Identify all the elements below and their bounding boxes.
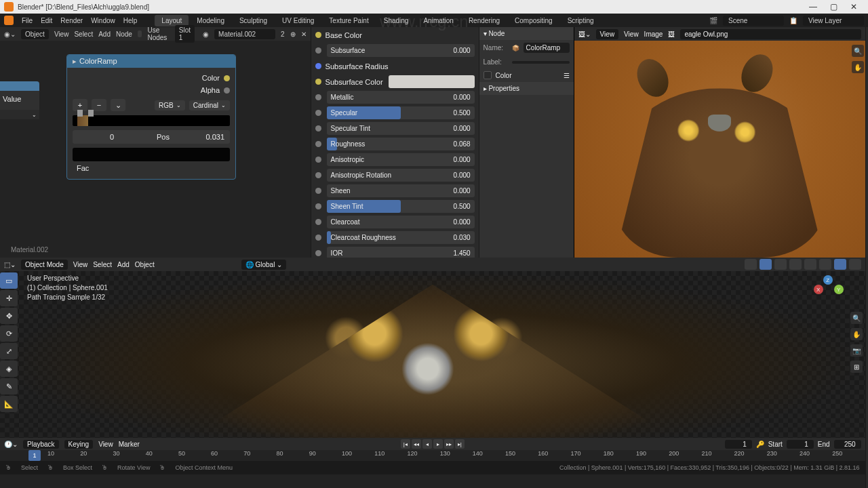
input-socket[interactable] bbox=[315, 63, 321, 69]
value-slider[interactable]: Anisotropic Rotation0.000 bbox=[327, 169, 475, 182]
value-slider[interactable]: Clearcoat Roughness0.030 bbox=[327, 231, 475, 244]
tab-shading[interactable]: Shading bbox=[377, 15, 416, 26]
color-ramp-gradient[interactable] bbox=[73, 115, 230, 126]
imged-mode[interactable]: View bbox=[596, 29, 619, 39]
tool-scale[interactable]: ⤢ bbox=[0, 343, 18, 359]
tab-sculpting[interactable]: Sculpting bbox=[233, 15, 274, 26]
outliner-item[interactable]: ▸👁 bbox=[866, 142, 868, 152]
tab-rendering[interactable]: Rendering bbox=[462, 15, 507, 26]
sidepanel-name-field[interactable]: ColorRamp bbox=[524, 43, 570, 53]
tool-select-box[interactable]: ▭ bbox=[0, 272, 18, 289]
tab-uv[interactable]: UV Editing bbox=[275, 15, 321, 26]
pan-icon[interactable]: ✋ bbox=[852, 61, 864, 73]
vp-view-menu[interactable]: View bbox=[73, 261, 88, 268]
menu-file[interactable]: File bbox=[22, 17, 33, 24]
3d-viewport[interactable]: ⬚⌄ Object Mode View Select Add Object 🌐 … bbox=[0, 258, 865, 438]
material-selector[interactable]: Material.002 bbox=[214, 29, 275, 39]
tool-cursor[interactable]: ✛ bbox=[0, 290, 18, 306]
ramp-interpolation[interactable]: Cardinal⌄ bbox=[189, 100, 230, 110]
menu-edit[interactable]: Edit bbox=[41, 17, 52, 24]
tl-keying[interactable]: Keying bbox=[64, 440, 94, 449]
input-socket[interactable] bbox=[315, 94, 321, 100]
outliner-scene[interactable]: ▾Scene C bbox=[866, 41, 868, 57]
minimize-button[interactable]: — bbox=[803, 2, 823, 12]
ramp-stop-1[interactable] bbox=[88, 110, 94, 117]
ramp-stop-color[interactable] bbox=[73, 148, 230, 161]
axis-y-icon[interactable]: Y bbox=[834, 285, 844, 294]
collapse-icon[interactable]: ▸ bbox=[73, 57, 77, 66]
value-slider[interactable]: Specular0.500 bbox=[327, 106, 475, 119]
ramp-stop-0[interactable] bbox=[77, 110, 83, 117]
input-socket[interactable] bbox=[315, 141, 321, 147]
menu-help[interactable]: Help bbox=[123, 17, 138, 24]
outliner-item[interactable]: ▸👁 bbox=[866, 57, 868, 66]
imged-view-menu[interactable]: View bbox=[624, 30, 639, 38]
value-slider[interactable]: Clearcoat0.000 bbox=[327, 216, 475, 228]
tool-move[interactable]: ✥ bbox=[0, 308, 18, 324]
current-frame[interactable]: 1 bbox=[725, 440, 752, 449]
sidepanel-label-field[interactable] bbox=[512, 61, 570, 64]
editor-type-icon[interactable]: ⬚⌄ bbox=[4, 261, 16, 268]
material-shield-icon[interactable]: ⊕ bbox=[290, 30, 296, 38]
material-users[interactable]: 2 bbox=[281, 30, 285, 38]
outliner-item[interactable]: ▸👁 bbox=[866, 85, 868, 95]
ramp-stop-index[interactable]: 0 bbox=[73, 130, 151, 144]
image-file-selector[interactable]: eagle Owl.png bbox=[680, 29, 861, 39]
axis-x-icon[interactable]: X bbox=[814, 285, 823, 294]
input-socket[interactable] bbox=[315, 172, 321, 178]
input-socket[interactable] bbox=[315, 125, 321, 131]
overlay-toggle[interactable] bbox=[760, 259, 772, 270]
input-socket[interactable] bbox=[315, 32, 321, 38]
tool-annotate[interactable]: ✎ bbox=[0, 378, 18, 394]
tab-texturepaint[interactable]: Texture Paint bbox=[322, 15, 375, 26]
vp-object-menu[interactable]: Object bbox=[135, 261, 155, 268]
editor-type-icon[interactable]: ◉⌄ bbox=[4, 30, 16, 38]
timeline-ruler[interactable]: 1 10203040506070809010011012013014015016… bbox=[0, 450, 865, 461]
value-slider[interactable]: IOR1.450 bbox=[327, 247, 475, 258]
nodehdr-add[interactable]: Add bbox=[98, 30, 111, 38]
tab-animation[interactable]: Animation bbox=[416, 15, 460, 26]
transform-orientation[interactable]: 🌐 Global ⌄ bbox=[241, 260, 286, 270]
tl-marker[interactable]: Marker bbox=[119, 441, 140, 448]
autokey-icon[interactable]: 🔑 bbox=[756, 441, 764, 448]
outliner-item[interactable]: ▸👁 bbox=[866, 104, 868, 114]
blender-logo-icon[interactable] bbox=[4, 16, 14, 25]
tab-modeling[interactable]: Modeling bbox=[190, 15, 231, 26]
navigation-gizmo[interactable]: Z X Y bbox=[814, 275, 844, 305]
shading-matprev[interactable] bbox=[819, 259, 831, 270]
jump-next-key-icon[interactable]: ▸▸ bbox=[444, 439, 454, 449]
node-color-checkbox[interactable] bbox=[484, 71, 492, 79]
jump-start-icon[interactable]: |◂ bbox=[401, 439, 410, 449]
shader-node-editor[interactable]: ◉⌄ Object View Select Add Node Use Nodes… bbox=[0, 27, 311, 258]
ramp-remove-stop[interactable]: − bbox=[92, 99, 106, 111]
gizmo-toggle[interactable] bbox=[745, 259, 757, 270]
tool-transform[interactable]: ◈ bbox=[0, 361, 18, 377]
value-slider[interactable]: Roughness0.068 bbox=[327, 138, 475, 150]
interaction-mode[interactable]: Object Mode bbox=[21, 260, 68, 270]
input-socket[interactable] bbox=[315, 157, 321, 163]
nodehdr-select[interactable]: Select bbox=[74, 30, 93, 38]
list-icon[interactable]: ☰ bbox=[564, 72, 570, 79]
play-icon[interactable]: ▸ bbox=[433, 439, 443, 449]
input-socket[interactable] bbox=[315, 110, 321, 116]
menu-render[interactable]: Render bbox=[60, 17, 83, 24]
value-slider[interactable]: Subsurface0.000 bbox=[327, 44, 475, 57]
input-socket[interactable] bbox=[315, 203, 321, 209]
tl-playback[interactable]: Playback bbox=[23, 440, 59, 449]
menu-window[interactable]: Window bbox=[91, 17, 115, 24]
use-nodes-checkbox[interactable] bbox=[138, 30, 142, 37]
value-slider[interactable]: Metallic0.000 bbox=[327, 91, 475, 104]
shader-type-pill[interactable]: Object bbox=[21, 29, 49, 39]
jump-end-icon[interactable]: ▸| bbox=[455, 439, 465, 449]
value-slider[interactable]: Sheen0.000 bbox=[327, 184, 475, 197]
scene-selector[interactable]: Scene bbox=[723, 16, 784, 26]
shading-rendered[interactable] bbox=[834, 259, 846, 270]
tab-layout[interactable]: Layout bbox=[155, 15, 189, 26]
tool-rotate[interactable]: ⟳ bbox=[0, 325, 18, 342]
slot-selector[interactable]: Slot 1 bbox=[175, 25, 195, 43]
tl-view[interactable]: View bbox=[98, 441, 113, 448]
input-socket[interactable] bbox=[315, 79, 321, 85]
axis-z-icon[interactable]: Z bbox=[823, 275, 833, 285]
zoom-icon[interactable]: 🔍 bbox=[850, 312, 863, 324]
vp-select-menu[interactable]: Select bbox=[93, 261, 112, 268]
